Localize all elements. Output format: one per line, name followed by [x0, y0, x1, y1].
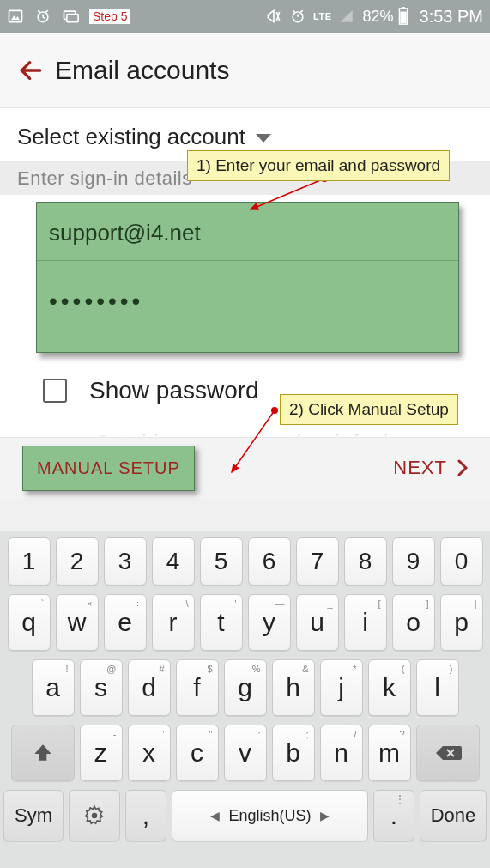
svg-line-14	[300, 10, 303, 12]
svg-marker-1	[11, 15, 20, 20]
key-l[interactable]: l)	[416, 659, 459, 716]
space-label: English(US)	[228, 807, 311, 825]
key-p[interactable]: p|	[440, 594, 483, 651]
svg-rect-0	[9, 10, 22, 21]
clock: 3:53 PM	[420, 7, 483, 27]
key-e[interactable]: e÷	[104, 594, 147, 651]
key-s[interactable]: s@	[80, 659, 123, 716]
battery-indicator: 82%	[362, 7, 408, 26]
password-field[interactable]: ••••••••	[37, 261, 458, 352]
key-done[interactable]: Done	[420, 790, 487, 841]
key-b[interactable]: b;	[272, 725, 315, 781]
key-o[interactable]: o]	[392, 594, 435, 651]
svg-line-13	[293, 10, 295, 12]
chevron-right-icon	[457, 459, 468, 476]
svg-line-4	[43, 17, 45, 19]
alarm-icon	[34, 8, 51, 25]
battery-pct: 82%	[362, 8, 393, 26]
next-button[interactable]: NEXT	[393, 457, 468, 479]
key-c[interactable]: c"	[176, 725, 219, 781]
key-period[interactable]: .⋮	[373, 790, 414, 841]
key-4[interactable]: 4	[152, 537, 195, 586]
alarm-status-icon	[289, 8, 306, 25]
key-q[interactable]: q`	[8, 594, 51, 651]
key-shift[interactable]	[11, 725, 75, 781]
image-icon	[7, 8, 24, 25]
email-field[interactable]: support@i4.net	[37, 203, 458, 261]
prev-lang-icon: ◀	[210, 809, 220, 822]
key-9[interactable]: 9	[392, 537, 435, 586]
key-v[interactable]: v:	[224, 725, 267, 781]
key-3[interactable]: 3	[104, 537, 147, 586]
key-h[interactable]: h&	[272, 659, 315, 716]
key-f[interactable]: f$	[176, 659, 219, 716]
app-header: Email accounts	[0, 33, 490, 108]
credentials-box: support@i4.net ••••••••	[36, 202, 459, 353]
vibrate-icon	[265, 8, 282, 25]
key-8[interactable]: 8	[344, 537, 387, 586]
lte-label: LTE	[313, 11, 331, 21]
key-j[interactable]: j*	[320, 659, 363, 716]
key-d[interactable]: d#	[128, 659, 171, 716]
key-comma[interactable]: ,	[125, 790, 166, 841]
page-title: Email accounts	[55, 56, 229, 85]
key-sym[interactable]: Sym	[3, 790, 64, 841]
svg-marker-26	[34, 744, 51, 760]
key-m[interactable]: m?	[368, 725, 411, 781]
back-arrow-icon[interactable]	[17, 57, 45, 84]
key-z[interactable]: z-	[80, 725, 123, 781]
annotation-1: 1) Enter your email and password	[187, 150, 450, 181]
key-7[interactable]: 7	[296, 537, 339, 586]
select-existing-label: Select existing account	[17, 124, 245, 150]
key-2[interactable]: 2	[56, 537, 99, 586]
key-w[interactable]: w×	[56, 594, 99, 651]
next-label: NEXT	[393, 457, 447, 479]
key-r[interactable]: r\	[152, 594, 195, 651]
svg-line-6	[45, 10, 48, 12]
key-5[interactable]: 5	[200, 537, 243, 586]
key-u[interactable]: u_	[296, 594, 339, 651]
dropdown-icon	[254, 124, 273, 150]
key-x[interactable]: x'	[128, 725, 171, 781]
action-bar: MANUAL SETUP NEXT	[0, 437, 490, 499]
key-6[interactable]: 6	[248, 537, 291, 586]
next-lang-icon: ▶	[320, 809, 330, 822]
message-icon	[62, 8, 79, 25]
show-password-checkbox[interactable]	[43, 379, 67, 403]
show-password-label: Show password	[89, 377, 259, 404]
step-badge: Step 5	[89, 9, 130, 24]
key-1[interactable]: 1	[8, 537, 51, 586]
key-backspace[interactable]	[416, 725, 480, 781]
svg-rect-18	[400, 12, 406, 24]
signal-icon	[338, 8, 355, 25]
svg-rect-8	[67, 15, 78, 22]
manual-setup-button[interactable]: MANUAL SETUP	[22, 446, 195, 491]
annotation-2: 2) Click Manual Setup	[280, 394, 458, 425]
svg-marker-15	[341, 10, 353, 21]
key-i[interactable]: i[	[344, 594, 387, 651]
keyboard: 1234567890 q`w×e÷r\t'y—u_i[o]p| a!s@d#f$…	[0, 531, 490, 868]
key-y[interactable]: y—	[248, 594, 291, 651]
key-t[interactable]: t'	[200, 594, 243, 651]
key-0[interactable]: 0	[440, 537, 483, 586]
key-space[interactable]: ◀ English(US) ▶	[172, 790, 368, 841]
key-a[interactable]: a!	[32, 659, 75, 716]
svg-point-29	[92, 813, 98, 819]
key-k[interactable]: k(	[368, 659, 411, 716]
key-n[interactable]: n/	[320, 725, 363, 781]
key-g[interactable]: g%	[224, 659, 267, 716]
status-bar: Step 5 LTE 82% 3:53 PM	[0, 0, 490, 33]
svg-line-5	[38, 10, 40, 12]
svg-marker-20	[256, 134, 271, 143]
key-settings[interactable]	[69, 790, 120, 841]
